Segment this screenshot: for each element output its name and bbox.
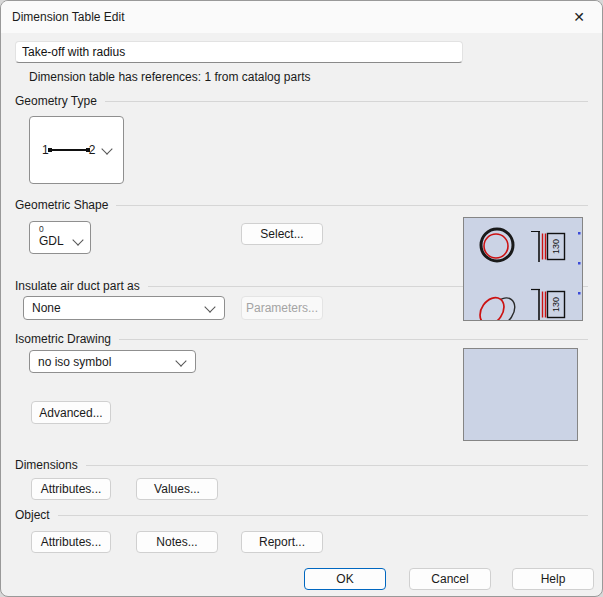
- reference-note: Dimension table has references: 1 from c…: [29, 70, 310, 84]
- object-label: Object: [15, 508, 50, 522]
- chevron-down-icon: [101, 143, 112, 154]
- advanced-button[interactable]: Advanced...: [31, 401, 111, 424]
- object-report-button[interactable]: Report...: [241, 531, 323, 553]
- geometry-symbol: 1 2: [42, 143, 95, 157]
- dimensions-attributes-button[interactable]: Attributes...: [31, 478, 111, 500]
- handle-dot: [578, 232, 581, 235]
- flange-top: 130: [531, 231, 565, 262]
- chevron-down-icon: [175, 355, 186, 366]
- isometric-dropdown[interactable]: no iso symbol: [29, 350, 196, 373]
- ok-button[interactable]: OK: [304, 568, 386, 590]
- circle-red-outline: [484, 234, 508, 258]
- takeoff-cylinder: [475, 288, 520, 320]
- cancel-button[interactable]: Cancel: [409, 568, 491, 590]
- dimension-table-edit-dialog: Dimension Table Edit ✕ Dimension table h…: [0, 0, 603, 597]
- chevron-down-icon: [204, 301, 215, 312]
- shape-code-value: GDL: [39, 234, 64, 248]
- dimensions-values-button[interactable]: Values...: [136, 478, 218, 500]
- select-button[interactable]: Select...: [241, 223, 323, 245]
- handle-dot: [578, 262, 581, 265]
- group-isometric: Isometric Drawing: [15, 331, 588, 347]
- object-attributes-button[interactable]: Attributes...: [31, 531, 111, 553]
- flange-top-dim-label: 130: [551, 239, 561, 254]
- separator-line: [86, 465, 588, 466]
- group-dimensions: Dimensions: [15, 457, 588, 473]
- table-name-input[interactable]: [15, 41, 463, 63]
- chevron-down-icon: [72, 235, 83, 246]
- flange-bottom: 130: [531, 289, 565, 320]
- shape-preview-panel: 130 130: [463, 217, 583, 321]
- parameters-button: Parameters...: [241, 296, 323, 320]
- separator-line: [119, 339, 588, 340]
- close-icon[interactable]: ✕: [562, 4, 596, 30]
- shape-code-superscript: 0: [39, 224, 44, 234]
- geometric-shape-label: Geometric Shape: [15, 198, 108, 212]
- shape-preview-drawing: 130 130: [464, 218, 582, 320]
- shape-type-dropdown[interactable]: 0 GDL: [29, 221, 91, 254]
- group-object: Object: [15, 507, 588, 523]
- insulate-dropdown[interactable]: None: [23, 296, 225, 320]
- help-button[interactable]: Help: [512, 568, 594, 590]
- isometric-value: no iso symbol: [30, 355, 111, 369]
- geometry-type-label: Geometry Type: [15, 94, 97, 108]
- separator-line: [116, 205, 588, 206]
- group-geometry-type: Geometry Type: [15, 93, 588, 109]
- group-geometric-shape: Geometric Shape: [15, 197, 588, 213]
- isometric-preview-panel: [463, 348, 578, 441]
- dimensions-label: Dimensions: [15, 458, 78, 472]
- object-notes-button[interactable]: Notes...: [136, 531, 218, 553]
- handle-dot: [578, 292, 581, 295]
- window-title: Dimension Table Edit: [12, 10, 125, 24]
- titlebar: Dimension Table Edit ✕: [1, 1, 602, 33]
- separator-line: [58, 515, 588, 516]
- geometry-type-dropdown[interactable]: 1 2: [29, 116, 124, 184]
- insulate-label: Insulate air duct part as: [15, 279, 140, 293]
- geometry-line-symbol: [49, 149, 89, 151]
- separator-line: [105, 101, 588, 102]
- insulate-value: None: [24, 301, 61, 315]
- isometric-label: Isometric Drawing: [15, 332, 111, 346]
- flange-bottom-dim-label: 130: [551, 297, 561, 312]
- geometry-point-2: 2: [89, 143, 96, 157]
